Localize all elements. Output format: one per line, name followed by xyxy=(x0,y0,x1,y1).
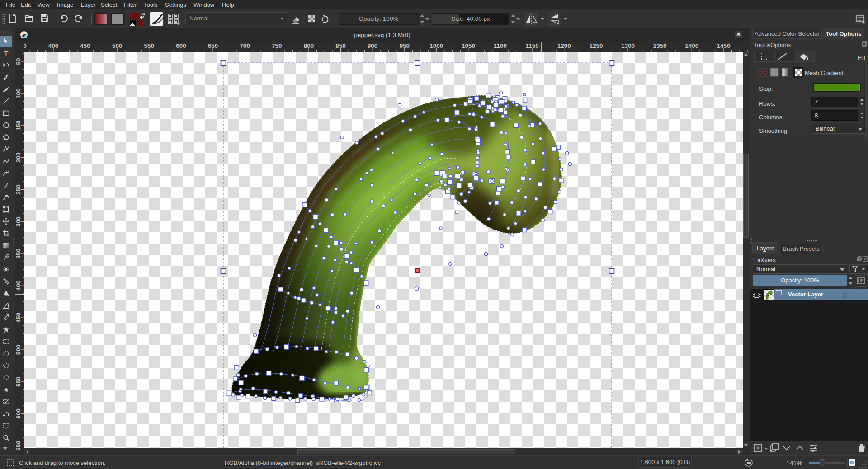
svg-text:450: 450 xyxy=(15,313,22,323)
svg-text:1000: 1000 xyxy=(429,42,443,49)
svg-text:300: 300 xyxy=(15,216,22,227)
svg-text:450: 450 xyxy=(80,42,90,49)
svg-text:50: 50 xyxy=(15,58,22,65)
svg-text:1450: 1450 xyxy=(717,42,731,49)
svg-text:900: 900 xyxy=(368,42,378,49)
svg-text:1400: 1400 xyxy=(685,42,698,49)
svg-text:1350: 1350 xyxy=(653,42,667,49)
svg-text:250: 250 xyxy=(15,184,22,195)
svg-text:α: α xyxy=(856,292,859,299)
svg-text:1300: 1300 xyxy=(621,42,635,49)
svg-text:750: 750 xyxy=(272,42,282,49)
svg-text:1050: 1050 xyxy=(462,42,475,49)
svg-text:400: 400 xyxy=(15,281,22,291)
svg-text:350: 350 xyxy=(24,42,27,49)
svg-text:1100: 1100 xyxy=(494,42,507,49)
svg-text:700: 700 xyxy=(240,42,250,49)
svg-text:500: 500 xyxy=(15,345,22,355)
svg-text:600: 600 xyxy=(176,42,186,49)
svg-text:550: 550 xyxy=(15,377,22,387)
svg-text:1250: 1250 xyxy=(589,42,603,49)
svg-text:350: 350 xyxy=(15,249,22,259)
svg-text:1200: 1200 xyxy=(557,42,571,49)
svg-text:600: 600 xyxy=(15,408,22,419)
svg-text:650: 650 xyxy=(15,441,22,451)
svg-text:500: 500 xyxy=(112,42,123,49)
svg-text:200: 200 xyxy=(15,152,22,163)
svg-text:400: 400 xyxy=(48,42,59,49)
svg-text:650: 650 xyxy=(208,42,218,49)
svg-text:1150: 1150 xyxy=(525,42,538,49)
svg-text:150: 150 xyxy=(15,121,22,131)
svg-text:850: 850 xyxy=(335,42,346,49)
svg-text:800: 800 xyxy=(304,42,314,49)
svg-text:T: T xyxy=(4,49,9,58)
svg-text:100: 100 xyxy=(15,89,22,99)
svg-text:550: 550 xyxy=(144,42,155,49)
svg-text:950: 950 xyxy=(399,42,410,49)
